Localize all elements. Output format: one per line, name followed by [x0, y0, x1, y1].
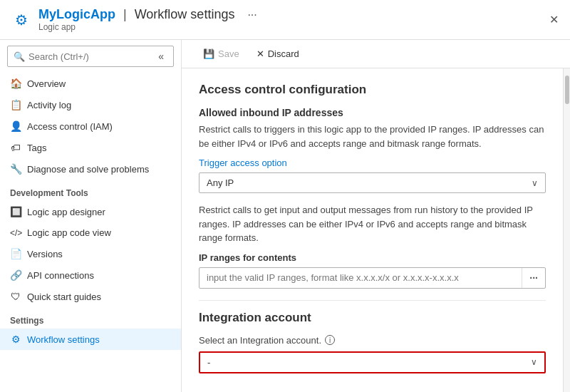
trigger-access-label: Trigger access option: [199, 158, 546, 168]
discard-button[interactable]: ✕ Discard: [249, 46, 306, 62]
search-icon: 🔍: [14, 51, 25, 62]
trigger-dropdown[interactable]: Any IP ∨: [199, 172, 546, 193]
header-more-button[interactable]: ···: [247, 9, 256, 21]
integration-title: Integration account: [199, 311, 546, 325]
sidebar-nav: 🏠 Overview 📋 Activity log 👤 Access contr…: [0, 73, 181, 392]
tags-icon: 🏷: [10, 142, 21, 153]
integration-dropdown[interactable]: - ∨: [199, 351, 546, 373]
activity-log-icon: 📋: [10, 99, 21, 110]
close-button[interactable]: ✕: [549, 13, 559, 26]
sidebar-item-label: Activity log: [27, 100, 71, 110]
sidebar-item-label: Logic app designer: [27, 207, 105, 217]
sidebar-item-label: Tags: [27, 143, 46, 153]
content-area: 💾 Save ✕ Discard Access control configur…: [182, 40, 570, 392]
discard-label: Discard: [268, 48, 299, 59]
ip-ranges-input-wrapper: ···: [199, 267, 546, 289]
app-subtitle: Logic app: [38, 22, 257, 32]
sidebar-item-label: Quick start guides: [27, 292, 101, 302]
scrollbar-thumb[interactable]: [565, 76, 569, 104]
sidebar-item-tags[interactable]: 🏷 Tags: [0, 137, 181, 158]
content-body: Access control configuration Allowed inb…: [182, 68, 563, 392]
trigger-access-link[interactable]: Trigger access option: [199, 158, 287, 168]
search-box[interactable]: 🔍 «: [7, 46, 174, 67]
trigger-dropdown-wrapper: Any IP ∨: [199, 172, 546, 193]
sidebar-item-activity-log[interactable]: 📋 Activity log: [0, 94, 181, 115]
sidebar-item-label: Access control (IAM): [27, 121, 113, 132]
section-divider: [199, 300, 546, 301]
sidebar-item-label: Workflow settings: [27, 334, 100, 345]
save-icon: 💾: [203, 48, 214, 59]
sidebar-item-label: API connections: [27, 270, 94, 281]
scrollbar-track: [563, 68, 570, 392]
ip-ranges-more-button[interactable]: ···: [522, 268, 545, 288]
app-title: MyLogicApp: [38, 7, 115, 22]
sidebar-item-code-view[interactable]: </> Logic app code view: [0, 222, 181, 243]
header-separator: |: [120, 7, 130, 22]
main-layout: 🔍 « 🏠 Overview 📋 Activity log 👤 Access c…: [0, 40, 570, 392]
inbound-ip-title: Allowed inbound IP addresses: [199, 107, 546, 118]
dev-tools-section-header: Development Tools: [0, 180, 181, 201]
integration-info-icon[interactable]: i: [325, 335, 335, 345]
sidebar-item-diagnose[interactable]: 🔧 Diagnose and solve problems: [0, 158, 181, 180]
section-title: Access control configuration: [199, 83, 546, 97]
settings-section-header: Settings: [0, 307, 181, 329]
diagnose-icon: 🔧: [10, 163, 21, 175]
sidebar-item-label: Logic app code view: [27, 227, 111, 238]
quick-start-icon: 🛡: [10, 291, 21, 302]
integration-dropdown-wrapper: - ∨: [199, 351, 546, 373]
trigger-dropdown-chevron: ∨: [532, 178, 538, 188]
gear-icon: ⚙: [11, 10, 31, 30]
search-input[interactable]: [28, 51, 155, 62]
sidebar-item-api-connections[interactable]: 🔗 API connections: [0, 264, 181, 286]
sidebar-item-label: Versions: [27, 249, 63, 259]
integration-dropdown-value: -: [207, 357, 210, 368]
collapse-button[interactable]: «: [155, 49, 167, 63]
integration-select-label-wrapper: Select an Integration account. i: [199, 335, 546, 346]
inbound-desc: Restrict calls to triggers in this logic…: [199, 123, 546, 150]
access-control-icon: 👤: [10, 120, 21, 132]
overview-icon: 🏠: [10, 78, 21, 89]
sidebar-item-versions[interactable]: 📄 Versions: [0, 243, 181, 264]
sidebar-item-overview[interactable]: 🏠 Overview: [0, 73, 181, 94]
code-view-icon: </>: [10, 228, 21, 238]
sidebar-item-quick-start[interactable]: 🛡 Quick start guides: [0, 286, 181, 307]
trigger-dropdown-value: Any IP: [207, 177, 234, 188]
header-title-group: MyLogicApp | Workflow settings ··· Logic…: [38, 7, 257, 32]
sidebar-item-workflow-settings[interactable]: ⚙ Workflow settings: [0, 329, 181, 350]
run-history-desc: Restrict calls to get input and output m…: [199, 203, 546, 245]
api-connections-icon: 🔗: [10, 269, 21, 281]
versions-icon: 📄: [10, 248, 21, 259]
toolbar: 💾 Save ✕ Discard: [182, 40, 570, 68]
page-title: Workflow settings: [135, 7, 235, 22]
discard-icon: ✕: [256, 48, 264, 59]
sidebar-item-access-control[interactable]: 👤 Access control (IAM): [0, 115, 181, 137]
save-button[interactable]: 💾 Save: [196, 46, 247, 62]
workflow-settings-icon: ⚙: [10, 334, 21, 345]
sidebar-item-label: Overview: [27, 78, 66, 89]
sidebar: 🔍 « 🏠 Overview 📋 Activity log 👤 Access c…: [0, 40, 182, 392]
designer-icon: 🔲: [10, 206, 21, 217]
ip-ranges-label: IP ranges for contents: [199, 252, 546, 263]
ip-ranges-input[interactable]: [200, 268, 522, 287]
sidebar-item-designer[interactable]: 🔲 Logic app designer: [0, 201, 181, 222]
integration-select-label: Select an Integration account.: [199, 335, 321, 346]
integration-dropdown-chevron: ∨: [531, 357, 537, 367]
sidebar-item-label: Diagnose and solve problems: [27, 164, 149, 175]
save-label: Save: [218, 48, 239, 59]
header: ⚙ MyLogicApp | Workflow settings ··· Log…: [0, 0, 570, 40]
